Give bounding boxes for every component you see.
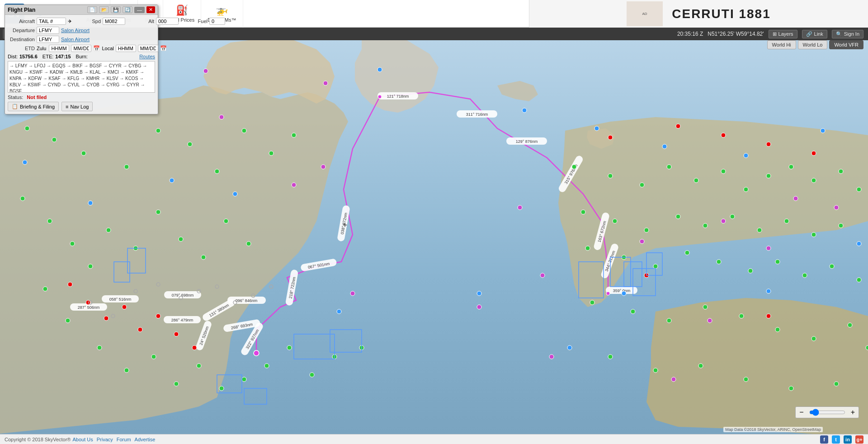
fp-close-btn[interactable]: ✕ <box>146 6 155 13</box>
routes-link[interactable]: Routes <box>139 54 155 59</box>
layers-label: Layers <box>778 31 793 37</box>
zoom-in-button[interactable]: + <box>847 407 859 418</box>
svg-point-98 <box>839 223 843 228</box>
world-lo-button[interactable]: World Lo <box>798 40 828 49</box>
svg-point-107 <box>830 264 834 269</box>
aircraft-icon: ✈ <box>68 19 72 24</box>
googleplus-icon[interactable]: g+ <box>855 435 863 444</box>
layers-icon: ⊞ <box>773 31 777 37</box>
world-hi-button[interactable]: World Hi <box>767 40 796 49</box>
route-text: → LFMY → LFOJ → EGQS → BIKF → BGSF → CYY… <box>9 63 147 93</box>
signin-button[interactable]: 🔍 Sign In <box>832 30 863 38</box>
svg-point-59 <box>179 237 183 241</box>
fp-toggle-btn[interactable]: — <box>134 7 145 13</box>
svg-point-144 <box>292 183 296 187</box>
svg-point-169 <box>766 142 771 146</box>
svg-point-142 <box>219 115 224 119</box>
zoom-slider[interactable] <box>809 409 845 416</box>
svg-point-164 <box>174 332 179 336</box>
linkedin-icon[interactable]: in <box>844 435 852 444</box>
svg-point-96 <box>784 219 789 223</box>
about-link[interactable]: About Us <box>72 437 93 442</box>
svg-point-139 <box>622 291 626 296</box>
svg-point-101 <box>653 264 658 269</box>
svg-point-131 <box>662 144 667 149</box>
spd-input[interactable] <box>103 18 125 25</box>
signin-label: Sign In <box>844 31 859 37</box>
svg-text:286° 479nm: 286° 479nm <box>171 318 193 322</box>
fuel-input[interactable] <box>209 18 225 25</box>
departure-input[interactable] <box>37 27 59 34</box>
svg-point-155 <box>766 246 771 250</box>
svg-point-124 <box>23 160 27 165</box>
svg-point-119 <box>653 368 658 373</box>
navlog-button[interactable]: ≡ Nav Log <box>61 102 93 111</box>
fp-route-area[interactable]: → LFMY → LFOJ → EGQS → BIKF → BGSF → CYY… <box>8 61 155 93</box>
fp-actions: 📋 Briefing & Filing ≡ Nav Log <box>8 102 155 111</box>
fp-body: Aircraft ✈ Spd Alt Fuel Departure Salon … <box>5 15 158 114</box>
departure-link[interactable]: Salon Airport <box>61 28 90 33</box>
svg-point-42 <box>25 126 29 131</box>
link-label: Link <box>814 31 823 37</box>
svg-point-90 <box>613 219 617 223</box>
svg-point-102 <box>685 250 689 255</box>
svg-text:058° 516nm: 058° 516nm <box>109 297 132 302</box>
coordinates-display: N51°26.25' W59°14.82' <box>708 31 764 37</box>
destination-input[interactable] <box>37 36 59 43</box>
svg-point-71 <box>242 377 246 382</box>
svg-point-49 <box>242 128 246 133</box>
world-vfr-button[interactable]: World VFR <box>829 40 863 49</box>
svg-point-70 <box>219 386 224 391</box>
svg-point-97 <box>811 232 816 237</box>
svg-point-61 <box>224 219 228 223</box>
copyright-text: Copyright © 2018 SkyVector® <box>5 437 71 442</box>
etd-mmdd-input[interactable] <box>71 45 91 52</box>
twitter-icon[interactable]: t <box>832 435 840 444</box>
fp-toolbar: 📄 📂 💾 🔄 — ✕ <box>87 6 155 13</box>
facebook-icon[interactable]: f <box>820 435 828 444</box>
etd-local-mmdd-input[interactable] <box>138 45 158 52</box>
fp-open-btn[interactable]: 📂 <box>99 6 109 13</box>
svg-point-151 <box>549 354 554 359</box>
fp-new-btn[interactable]: 📄 <box>87 6 97 13</box>
svg-rect-187 <box>294 334 335 359</box>
svg-point-60 <box>201 255 206 260</box>
privacy-link[interactable]: Privacy <box>97 437 113 442</box>
alt-input[interactable] <box>156 18 179 25</box>
svg-point-74 <box>310 373 314 377</box>
svg-point-163 <box>156 314 160 318</box>
briefing-filing-button[interactable]: 📋 Briefing & Filing <box>8 102 59 111</box>
etd-hhmm-input[interactable] <box>49 45 69 52</box>
burn-label: Burn: <box>76 54 88 59</box>
svg-point-160 <box>104 316 108 321</box>
ad-content: CERRUTI 1881 <box>672 7 771 21</box>
svg-point-136 <box>567 345 572 350</box>
etd-local-hhmm-input[interactable] <box>116 45 136 52</box>
footer-social: f t in g+ <box>820 435 863 444</box>
advertise-link[interactable]: Advertise <box>135 437 156 442</box>
svg-point-157 <box>834 205 839 210</box>
svg-point-108 <box>857 278 861 282</box>
etd-calendar-btn[interactable]: 📅 <box>93 45 100 52</box>
svg-point-132 <box>744 153 748 158</box>
svg-point-114 <box>775 327 780 332</box>
layers-button[interactable]: ⊞ Layers <box>769 30 797 38</box>
link-icon: 🔗 <box>806 31 812 37</box>
forum-link[interactable]: Forum <box>117 437 131 442</box>
time-display: 20:35:16 Z <box>677 31 703 37</box>
svg-point-150 <box>708 318 712 323</box>
dist-label: Dist: <box>8 54 18 59</box>
destination-link[interactable]: Salon Airport <box>61 37 90 42</box>
zoom-out-button[interactable]: − <box>796 407 807 418</box>
svg-text:359° 0nm: 359° 0nm <box>613 288 631 293</box>
svg-point-78 <box>608 174 613 178</box>
svg-point-196 <box>378 95 382 99</box>
svg-point-105 <box>775 260 780 264</box>
fp-save-btn[interactable]: 💾 <box>111 6 121 13</box>
svg-point-128 <box>377 67 382 72</box>
fp-reload-btn[interactable]: 🔄 <box>123 6 132 13</box>
link-button[interactable]: 🔗 Link <box>802 30 827 38</box>
etd-local-calendar-btn[interactable]: 📅 <box>160 45 167 52</box>
aircraft-input[interactable] <box>37 18 66 25</box>
svg-point-44 <box>81 151 86 156</box>
